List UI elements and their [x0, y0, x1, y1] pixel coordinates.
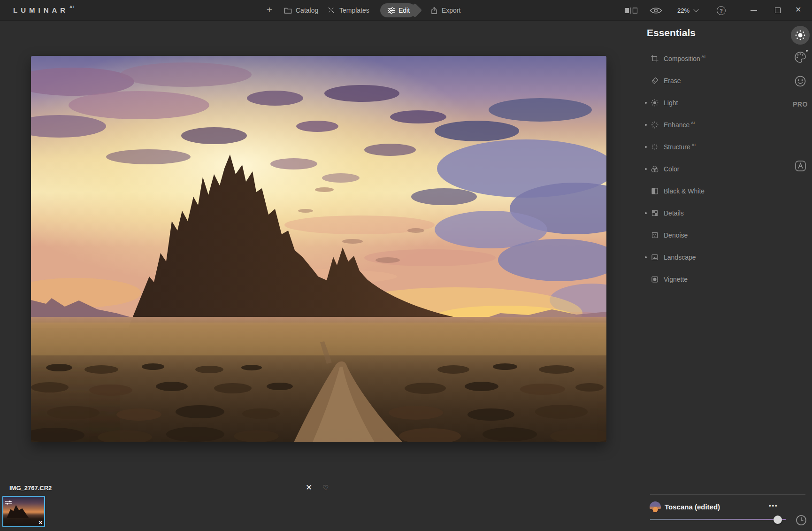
export-icon — [430, 7, 438, 15]
tab-edit-active[interactable]: Edit — [380, 3, 416, 17]
zoom-level-control[interactable]: 22% — [677, 0, 698, 21]
edited-dot — [645, 212, 647, 214]
sidebar-item-erase[interactable]: Erase — [644, 70, 757, 92]
app-logo: LUMINARAI — [13, 6, 75, 14]
tool-label: Structure — [664, 143, 690, 151]
adjust-sliders-icon — [387, 7, 395, 14]
logo-text: LUMINAR — [13, 6, 69, 14]
sidebar-item-details[interactable]: Details — [644, 202, 757, 224]
smiley-face-icon — [794, 75, 807, 88]
edited-dot — [806, 50, 808, 52]
palette-icon — [794, 51, 807, 64]
tab-edit-label: Edit — [398, 7, 410, 14]
tool-label: Denoise — [664, 231, 688, 239]
color-circles-icon — [651, 165, 659, 173]
sidebar-item-enhance[interactable]: EnhanceAI — [644, 114, 757, 136]
sidebar-item-color[interactable]: Color — [644, 158, 757, 180]
vignette-icon — [651, 275, 659, 284]
local-adjustments-button[interactable] — [795, 161, 806, 171]
help-icon: ? — [720, 8, 723, 14]
zoom-level-value: 22% — [677, 7, 689, 14]
tool-label: Black & White — [664, 187, 705, 195]
ai-sup: AI — [702, 54, 706, 59]
sparkles-icon — [651, 121, 659, 129]
eraser-icon — [651, 77, 659, 85]
window-close-button[interactable]: ✕ — [795, 5, 801, 14]
folder-icon — [284, 7, 292, 14]
logo-ai-sup: AI — [69, 5, 75, 9]
clock-icon — [796, 515, 807, 526]
sidebar-item-light[interactable]: Light — [644, 92, 757, 114]
tool-label: Color — [664, 165, 679, 173]
tool-label: Vignette — [664, 276, 688, 283]
top-bar: LUMINARAI + Catalog Templates Edit — [0, 0, 812, 21]
reject-button[interactable]: ✕ — [306, 483, 312, 493]
mountain-photo-icon — [651, 253, 659, 262]
preview-eye-icon[interactable] — [650, 7, 662, 15]
tool-label: Details — [664, 209, 684, 217]
tool-label: Erase — [664, 77, 681, 85]
magic-wand-icon — [327, 6, 336, 15]
panel-title: Essentials — [647, 27, 696, 38]
sidebar-item-structure[interactable]: StructureAI — [644, 136, 757, 158]
edited-sliders-icon — [5, 499, 12, 507]
edited-dot — [645, 168, 647, 170]
template-name: Toscana (edited) — [665, 503, 720, 511]
template-panel-divider — [650, 494, 805, 495]
sidebar-item-landscape[interactable]: Landscape — [644, 246, 757, 269]
category-professional-button[interactable]: PRO — [793, 100, 808, 108]
tab-export[interactable]: Export — [430, 0, 460, 21]
edited-dot — [645, 102, 647, 104]
chevron-down-icon — [693, 7, 698, 12]
tool-label: Composition — [664, 55, 700, 62]
favorite-heart-icon[interactable]: ♡ — [322, 484, 329, 492]
edited-dot — [645, 256, 647, 258]
sidebar-item-black-white[interactable]: Black & White — [644, 180, 757, 202]
tools-list: CompositionAI Erase Light EnhanceAI — [644, 48, 757, 291]
edited-dot — [645, 124, 647, 126]
template-avatar — [650, 501, 661, 513]
compare-view-icon[interactable] — [624, 8, 637, 14]
window-minimize-button[interactable] — [751, 10, 757, 11]
landscape-photo — [31, 56, 606, 442]
tab-templates[interactable]: Templates — [327, 0, 369, 21]
category-essentials-button[interactable] — [791, 26, 810, 45]
sun-icon — [651, 99, 659, 107]
add-photos-button[interactable]: + — [263, 3, 276, 16]
sun-category-icon — [795, 30, 806, 41]
tool-label: Landscape — [664, 254, 696, 261]
category-portrait-button[interactable] — [794, 75, 807, 88]
thumbnail-remove-button[interactable]: ✕ — [38, 520, 43, 526]
dots-grid-icon — [651, 143, 659, 151]
filmstrip-thumbnail[interactable]: ✕ — [2, 496, 45, 527]
sidebar-item-denoise[interactable]: Denoise — [644, 224, 757, 246]
tab-catalog[interactable]: Catalog — [284, 0, 318, 21]
template-amount-slider[interactable] — [650, 519, 786, 520]
crop-icon — [651, 54, 659, 63]
tab-catalog-label: Catalog — [296, 7, 318, 14]
filename-label: IMG_2767.CR2 — [9, 485, 52, 492]
noise-square-icon — [651, 231, 659, 239]
category-creative-button[interactable] — [794, 51, 807, 64]
tool-label: Enhance — [664, 121, 689, 129]
history-button[interactable] — [796, 515, 807, 526]
template-options-button[interactable]: ••• — [769, 502, 778, 509]
ai-sup: AI — [691, 121, 695, 125]
ai-sup: AI — [692, 143, 696, 147]
tab-export-label: Export — [442, 7, 460, 14]
half-square-icon — [651, 187, 659, 195]
tool-label: Light — [664, 99, 678, 107]
photo-canvas[interactable] — [31, 56, 606, 442]
tab-templates-label: Templates — [339, 7, 369, 14]
a-frame-icon — [795, 161, 806, 171]
sidebar-item-vignette[interactable]: Vignette — [644, 269, 757, 291]
window-maximize-button[interactable] — [775, 8, 781, 13]
template-amount-knob[interactable] — [774, 516, 782, 524]
sidebar-item-composition[interactable]: CompositionAI — [644, 48, 757, 70]
help-button[interactable]: ? — [717, 6, 726, 15]
edited-dot — [645, 146, 647, 148]
checker-icon — [651, 209, 659, 217]
